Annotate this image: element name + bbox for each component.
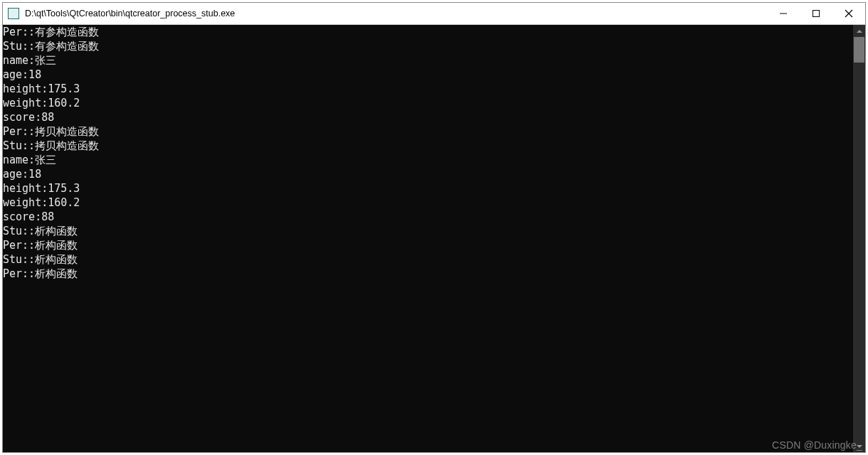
window-controls <box>767 3 865 24</box>
console-line: Stu::有参构造函数 <box>3 39 853 53</box>
scroll-down-button[interactable] <box>853 440 865 452</box>
console-window: D:\qt\Tools\QtCreator\bin\qtcreator_proc… <box>2 2 866 453</box>
scroll-up-button[interactable] <box>853 25 865 37</box>
console-line: Per::有参构造函数 <box>3 25 853 39</box>
chevron-up-icon <box>857 28 862 34</box>
close-icon <box>845 9 853 18</box>
console-output: Per::有参构造函数Stu::有参构造函数name:张三age:18heigh… <box>3 25 853 452</box>
console-line: Per::拷贝构造函数 <box>3 124 853 139</box>
console-line: height:175.3 <box>3 181 853 196</box>
console-line: name:张三 <box>3 153 853 167</box>
console-line: weight:160.2 <box>3 196 853 210</box>
minimize-button[interactable] <box>767 3 800 24</box>
console-line: Per::析构函数 <box>3 238 853 252</box>
maximize-button[interactable] <box>800 3 832 24</box>
scrollbar-track[interactable] <box>853 37 865 440</box>
minimize-icon <box>780 10 787 17</box>
console-line: Stu::析构函数 <box>3 224 853 238</box>
console-line: name:张三 <box>3 53 853 68</box>
console-line: age:18 <box>3 68 853 82</box>
vertical-scrollbar[interactable] <box>853 25 865 452</box>
console-line: weight:160.2 <box>3 96 853 110</box>
svg-rect-0 <box>813 11 820 17</box>
chevron-down-icon <box>857 444 862 449</box>
console-line: score:88 <box>3 110 853 124</box>
console-line: score:88 <box>3 210 853 224</box>
close-button[interactable] <box>832 3 865 24</box>
console-line: age:18 <box>3 167 853 181</box>
scrollbar-thumb[interactable] <box>854 37 864 63</box>
app-icon <box>8 8 19 19</box>
console-line: Stu::析构函数 <box>3 252 853 267</box>
titlebar[interactable]: D:\qt\Tools\QtCreator\bin\qtcreator_proc… <box>3 3 865 25</box>
window-title: D:\qt\Tools\QtCreator\bin\qtcreator_proc… <box>25 9 767 18</box>
console-line: height:175.3 <box>3 82 853 96</box>
maximize-icon <box>813 10 820 17</box>
console-line: Per::析构函数 <box>3 267 853 281</box>
console-line: Stu::拷贝构造函数 <box>3 139 853 153</box>
client-area: Per::有参构造函数Stu::有参构造函数name:张三age:18heigh… <box>3 25 865 452</box>
